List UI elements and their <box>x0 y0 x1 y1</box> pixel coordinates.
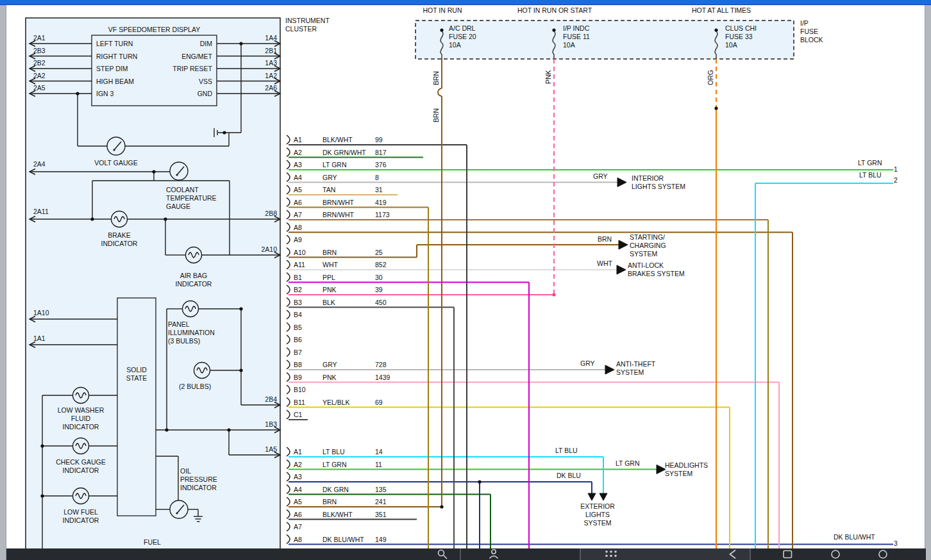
circle-icon[interactable] <box>832 550 839 558</box>
search-icon[interactable] <box>439 550 448 559</box>
toolbar-center-panel <box>580 548 750 560</box>
square-icon[interactable] <box>784 551 792 558</box>
bottom-toolbar <box>6 548 926 560</box>
right-margin[interactable] <box>925 5 931 560</box>
app-window: HOT IN RUNHOT IN RUN OR STARTHOT AT ALL … <box>0 0 931 560</box>
top-accent-bar <box>0 0 931 5</box>
left-margin[interactable] <box>0 5 6 560</box>
diagram-page <box>6 5 926 548</box>
circle-alt-icon[interactable] <box>879 550 887 558</box>
profile-icon[interactable] <box>490 550 498 559</box>
